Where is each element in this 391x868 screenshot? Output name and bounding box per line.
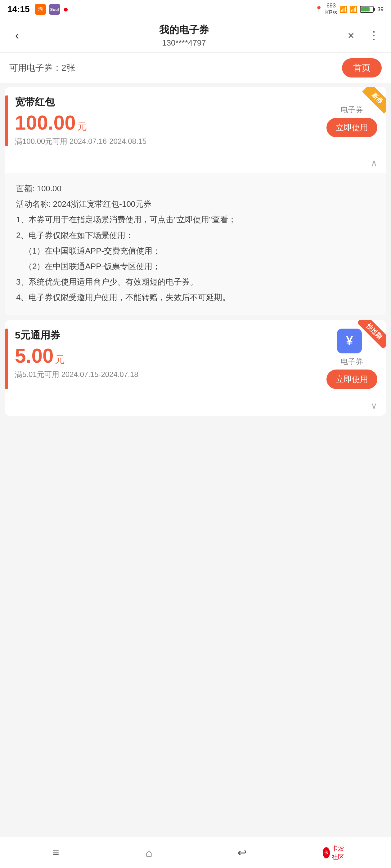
coupon-unit-2: 元 — [55, 354, 65, 365]
coupon-condition-2: 满5.01元可用 2024.07.15-2024.07.18 — [15, 370, 320, 379]
coupon-detail-line-3: 1、本券可用于在指定场景消费使用，可点击"立即使用"查看； — [16, 213, 375, 226]
coupon-card-main-1: 宽带红包 100.00 元 满100.00元可用 2024.07.16-2024… — [5, 87, 386, 155]
coupon-badge-1: 新券 — [358, 87, 386, 115]
coupon-left-bar-1 — [5, 95, 8, 146]
coupon-use-button-2[interactable]: 立即使用 — [327, 370, 378, 389]
coupons-container: 宽带红包 100.00 元 满100.00元可用 2024.07.16-2024… — [0, 87, 391, 416]
kanong-logo-text: 卡农社区 — [332, 844, 347, 861]
coupon-name-2: 5元通用券 — [15, 329, 320, 342]
coupon-use-button-1[interactable]: 立即使用 — [327, 118, 378, 137]
coupon-amount-1: 100.00 — [15, 112, 76, 134]
close-icon: × — [347, 29, 354, 42]
dianping-icon: ● — [63, 4, 68, 14]
available-coupons-text: 可用电子券：2张 — [9, 62, 75, 74]
kanong-logo-icon: 卡 — [323, 847, 330, 858]
more-icon: ⋮ — [368, 29, 380, 42]
status-time: 14:15 — [7, 4, 30, 14]
coupon-info-1: 宽带红包 100.00 元 满100.00元可用 2024.07.16-2024… — [15, 95, 320, 146]
nav-home-button[interactable]: ⌂ — [137, 843, 161, 862]
coupon-info-2: 5元通用券 5.00 元 满5.01元可用 2024.07.15-2024.07… — [15, 329, 320, 389]
back-button[interactable]: ‹ — [9, 28, 25, 43]
home-button[interactable]: 首页 — [342, 58, 382, 78]
coupon-toggle-icon-2[interactable]: ∨ — [371, 401, 378, 411]
coupon-detail-line-8: 4、电子券仅限受邀用户使用，不能转赠，失效后不可延期。 — [16, 290, 375, 304]
signal-5g-icon: 📶 — [350, 6, 358, 13]
header-actions: × ⋮ — [343, 28, 382, 43]
page-header: ‹ 我的电子券 130****4797 × ⋮ — [0, 19, 391, 53]
location-icon: 📍 — [315, 6, 323, 13]
signal-speed: 693 KB/s — [325, 2, 337, 16]
battery-number: 39 — [378, 6, 384, 13]
coupon-badge-label-1: 新券 — [362, 87, 386, 114]
signal-4g-icon: 📶 — [339, 6, 347, 13]
coupon-amount-block-2: 5.00 元 — [15, 346, 320, 366]
coupon-toggle-row-2[interactable]: ∨ — [5, 398, 386, 416]
coupon-amount-block-1: 100.00 元 — [15, 113, 320, 133]
coupon-detail-line-1: 面额: 100.00 — [16, 182, 375, 195]
coupon-toggle-row-1[interactable]: ∧ — [5, 155, 386, 173]
coupon-condition-1: 满100.00元可用 2024.07.16-2024.08.15 — [15, 136, 320, 146]
coupon-unit-1: 元 — [77, 121, 87, 132]
coupon-name-1: 宽带红包 — [15, 95, 320, 109]
coupon-left-bar-2 — [5, 329, 8, 389]
close-button[interactable]: × — [343, 28, 359, 43]
coupon-detail-line-7: 3、系统优先使用适用商户少、有效期短的电子券。 — [16, 275, 375, 289]
page-title: 我的电子券 — [25, 23, 343, 37]
coupon-detail-line-4: 2、电子券仅限在如下场景使用： — [16, 228, 375, 242]
status-right-icons: 📍 693 KB/s 📶 📶 39 — [315, 2, 384, 16]
coupon-badge-label-2: 快过期 — [358, 320, 386, 348]
battery-indicator — [360, 6, 373, 13]
coupon-toggle-icon-1[interactable]: ∧ — [371, 158, 378, 168]
more-button[interactable]: ⋮ — [366, 28, 382, 43]
coupon-detail-line-2: 活动名称: 2024浙江宽带红包-100元券 — [16, 197, 375, 211]
coupon-card-main-2: 5元通用券 5.00 元 满5.01元可用 2024.07.15-2024.07… — [5, 320, 386, 398]
home-icon: ⌂ — [145, 846, 152, 859]
taobao-icon: 淘 — [35, 4, 46, 15]
coupon-detail-line-6: （2）在中国联通APP-饭票专区使用； — [16, 259, 375, 273]
nav-kanong-logo[interactable]: 卡 卡农社区 — [323, 843, 347, 862]
back-icon: ↩ — [238, 846, 247, 859]
coupon-card-2: 5元通用券 5.00 元 满5.01元可用 2024.07.15-2024.07… — [5, 320, 386, 416]
soul-icon: Soul — [49, 4, 60, 15]
header-title-block: 我的电子券 130****4797 — [25, 23, 343, 48]
battery-fill — [361, 7, 370, 11]
coupon-detail-line-5: （1）在中国联通APP-交费充值使用； — [16, 244, 375, 258]
nav-back-button[interactable]: ↩ — [230, 843, 254, 862]
back-arrow-icon: ‹ — [15, 29, 19, 42]
status-app-icons: 淘 Soul ● — [35, 4, 68, 15]
coupon-badge-2: 快过期 — [358, 320, 386, 348]
bottom-nav: ≡ ⌂ ↩ 卡 卡农社区 — [0, 837, 391, 868]
nav-menu-button[interactable]: ≡ — [44, 843, 68, 862]
page-subtitle: 130****4797 — [25, 38, 343, 48]
menu-icon: ≡ — [52, 846, 59, 859]
coupon-amount-2: 5.00 — [15, 345, 54, 367]
coupon-type-label-2: 电子券 — [341, 356, 363, 366]
status-bar: 14:15 淘 Soul ● 📍 693 KB/s 📶 📶 39 — [0, 0, 391, 19]
coupon-card-1: 宽带红包 100.00 元 满100.00元可用 2024.07.16-2024… — [5, 87, 386, 315]
coupon-details-1: 面额: 100.00 活动名称: 2024浙江宽带红包-100元券 1、本券可用… — [5, 173, 386, 315]
sub-header: 可用电子券：2张 首页 — [0, 53, 391, 83]
